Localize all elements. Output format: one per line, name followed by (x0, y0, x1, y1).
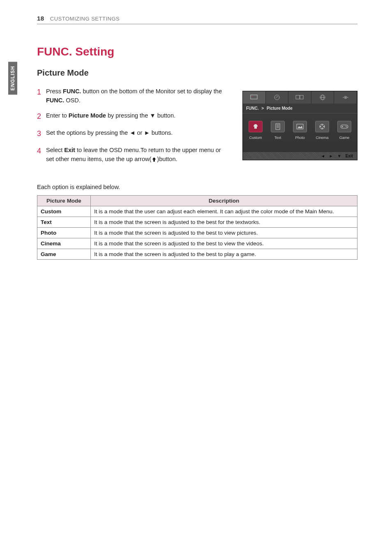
osd-breadcrumb: FUNC. > Picture Mode (243, 104, 357, 113)
step-2: 2 Enter to Picture Mode by pressing the … (37, 111, 222, 122)
step-text: Press FUNC. button on the bottom of the … (46, 87, 222, 105)
row-desc: It is a mode that the screen is adjusted… (91, 249, 357, 259)
mode-label: Text (267, 136, 288, 140)
row-desc: It is a mode that the user can adjust ea… (91, 206, 357, 217)
step-number: 3 (37, 128, 46, 140)
table-row: Text It is a mode that the screen is adj… (37, 217, 357, 227)
mode-label: Custom (245, 136, 266, 140)
osd-mode-cinema[interactable]: Cinema (312, 121, 332, 140)
step-text: Set the options by pressing the ◄ or ► b… (46, 128, 173, 140)
custom-icon (249, 121, 263, 132)
osd-nav-right[interactable]: ► (329, 154, 333, 158)
step-text: Enter to Picture Mode by pressing the ▼ … (46, 111, 175, 122)
osd-mode-list: Custom Text Photo (243, 113, 357, 152)
mode-label: Photo (290, 136, 310, 140)
svg-point-19 (323, 126, 325, 127)
mode-label: Game (334, 136, 355, 140)
row-mode: Text (37, 217, 91, 227)
table-header-mode: Picture Mode (37, 195, 91, 206)
osd-nav-left[interactable]: ◄ (321, 154, 325, 158)
step-1: 1 Press FUNC. button on the bottom of th… (37, 87, 222, 105)
table-row: Game It is a mode that the screen is adj… (37, 249, 357, 259)
row-mode: Game (37, 249, 91, 259)
svg-point-2 (274, 95, 279, 100)
svg-point-20 (322, 128, 323, 129)
monitor-icon (250, 95, 258, 100)
dual-screen-icon (295, 95, 304, 100)
up-arrow-icon (151, 157, 157, 162)
step-number: 1 (37, 87, 46, 105)
step-4: 4 Select Exit to leave the OSD menu.To r… (37, 145, 222, 164)
leaf-icon (274, 94, 280, 101)
globe-icon (319, 94, 326, 101)
row-mode: Cinema (37, 238, 91, 249)
options-table: Picture Mode Description Custom It is a … (37, 195, 357, 260)
text-icon (271, 121, 285, 132)
svg-rect-3 (296, 95, 300, 99)
svg-rect-4 (300, 95, 303, 99)
svg-point-1 (252, 96, 253, 97)
language-tab: ENGLISH (8, 62, 17, 95)
svg-rect-16 (297, 124, 303, 129)
osd-tab-settings[interactable] (334, 91, 357, 104)
photo-icon (293, 121, 307, 132)
osd-footer: ◄ ► ▼ Exit (243, 152, 357, 160)
game-icon (337, 121, 351, 132)
cinema-icon (315, 121, 329, 132)
svg-rect-12 (276, 124, 280, 129)
table-row: Custom It is a mode that the user can ad… (37, 206, 357, 217)
osd-nav-down[interactable]: ▼ (337, 154, 341, 158)
page-subtitle: Picture Mode (37, 68, 357, 78)
header-divider (37, 24, 357, 24)
svg-point-26 (346, 127, 347, 127)
osd-preview: FUNC. > Picture Mode Custom Text (242, 91, 357, 160)
osd-top-tabs (243, 91, 357, 104)
osd-tab-super-energy[interactable] (266, 91, 289, 104)
svg-point-25 (346, 126, 346, 127)
svg-rect-0 (251, 95, 257, 99)
mode-label: Cinema (312, 136, 332, 140)
osd-mode-game[interactable]: Game (334, 121, 355, 140)
osd-tab-picture-mode[interactable] (243, 91, 266, 104)
section-title: CUSTOMIZING SETTINGS (50, 16, 120, 22)
row-desc: It is a mode that the screen is adjusted… (91, 217, 357, 227)
table-header-desc: Description (91, 195, 357, 206)
step-number: 2 (37, 111, 46, 122)
osd-exit[interactable]: Exit (346, 154, 353, 158)
row-desc: It is a mode that the screen is adjusted… (91, 227, 357, 238)
row-mode: Custom (37, 206, 91, 217)
page-number: 18 (37, 15, 44, 22)
row-desc: It is a mode that the screen is adjusted… (91, 238, 357, 249)
page-title: FUNC. Setting (37, 45, 357, 58)
step-3: 3 Set the options by pressing the ◄ or ►… (37, 128, 222, 140)
osd-mode-text[interactable]: Text (267, 121, 288, 140)
svg-point-21 (320, 126, 321, 127)
svg-point-9 (345, 97, 346, 98)
explain-intro: Each option is explained below. (37, 184, 357, 190)
adjust-icon (342, 94, 349, 101)
osd-tab-web[interactable] (311, 91, 334, 104)
table-row: Cinema It is a mode that the screen is a… (37, 238, 357, 249)
table-row: Photo It is a mode that the screen is ad… (37, 227, 357, 238)
page-header: 18 CUSTOMIZING SETTINGS (37, 15, 120, 22)
osd-tab-dual-display[interactable] (288, 91, 311, 104)
osd-mode-photo[interactable]: Photo (290, 121, 310, 140)
step-number: 4 (37, 145, 46, 164)
row-mode: Photo (37, 227, 91, 238)
osd-mode-custom[interactable]: Custom (245, 121, 266, 140)
svg-point-18 (322, 125, 323, 126)
step-text: Select Exit to leave the OSD menu.To ret… (46, 145, 222, 164)
